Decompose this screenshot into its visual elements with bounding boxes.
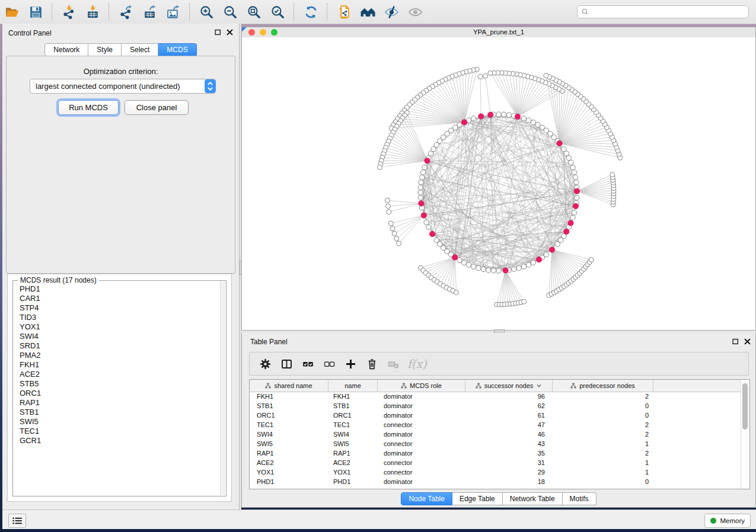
network-node[interactable] — [526, 262, 531, 267]
result-node[interactable]: YOX1 — [14, 322, 221, 332]
network-node[interactable] — [394, 236, 399, 241]
hide-selected-button[interactable] — [381, 2, 401, 21]
column-header-shared-name[interactable]: shared name — [250, 380, 328, 392]
network-node[interactable] — [566, 155, 571, 160]
result-scrollbar[interactable] — [220, 281, 225, 495]
export-table-button[interactable] — [139, 2, 160, 21]
network-node[interactable] — [392, 231, 397, 236]
tab-node-table[interactable]: Node Table — [401, 492, 452, 505]
network-node[interactable] — [496, 112, 501, 117]
network-node[interactable] — [476, 265, 481, 270]
network-node[interactable] — [506, 113, 511, 117]
network-node[interactable] — [521, 264, 526, 269]
gear-button[interactable] — [256, 355, 274, 373]
network-node[interactable] — [544, 252, 548, 257]
result-node[interactable]: STP4 — [14, 303, 221, 313]
network-node[interactable] — [501, 112, 506, 117]
network-node[interactable] — [486, 268, 491, 273]
network-node[interactable] — [569, 160, 573, 165]
column-header-MCDS-role[interactable]: MCDS role — [378, 380, 465, 392]
delete-table-button[interactable] — [384, 355, 402, 373]
mcds-hub-node[interactable] — [536, 257, 541, 262]
network-node[interactable] — [422, 165, 427, 169]
export-image-button[interactable] — [163, 2, 183, 21]
network-node[interactable] — [488, 70, 493, 75]
save-session-button[interactable] — [25, 2, 46, 21]
result-node[interactable]: STB1 — [14, 408, 221, 417]
mcds-hub-node[interactable] — [568, 220, 573, 226]
mcds-hub-node[interactable] — [574, 188, 579, 194]
network-node[interactable] — [454, 290, 458, 294]
network-node[interactable] — [385, 198, 390, 203]
tab-style[interactable]: Style — [88, 43, 122, 56]
network-node[interactable] — [570, 215, 575, 220]
table-row[interactable]: SWI5SWI5connector431 — [250, 439, 740, 448]
result-node[interactable]: SRD1 — [14, 341, 221, 351]
network-node[interactable] — [512, 267, 516, 271]
column-header-successor-nodes[interactable]: successor nodes — [465, 380, 553, 392]
result-node[interactable]: TID3 — [14, 313, 221, 322]
network-node[interactable] — [419, 180, 423, 185]
split-panes-button[interactable] — [277, 355, 295, 373]
apply-layout-button[interactable] — [301, 2, 321, 21]
task-history-button[interactable] — [8, 514, 26, 528]
network-node[interactable] — [544, 73, 548, 78]
network-node[interactable] — [418, 195, 423, 200]
network-node[interactable] — [387, 210, 391, 214]
open-session-button[interactable] — [2, 2, 22, 21]
mcds-hub-node[interactable] — [462, 120, 467, 125]
network-node[interactable] — [496, 268, 501, 273]
zoom-selected-button[interactable] — [267, 2, 288, 21]
network-node[interactable] — [572, 170, 576, 175]
mcds-hub-node[interactable] — [549, 247, 554, 252]
table-row[interactable]: PHD1PHD1dominator180 — [250, 477, 740, 486]
network-node[interactable] — [471, 264, 476, 269]
table-row[interactable]: STB1STB1dominator620 — [250, 401, 740, 411]
table-scrollbar[interactable] — [741, 380, 749, 489]
run-mcds-button[interactable]: Run MCDS — [58, 100, 119, 115]
result-node[interactable]: RAP1 — [14, 398, 221, 408]
optimization-select[interactable]: largest connected component (undirected) — [30, 79, 216, 94]
result-node[interactable]: PMA2 — [14, 351, 221, 360]
network-node[interactable] — [522, 299, 527, 304]
mcds-hub-node[interactable] — [503, 268, 508, 273]
network-canvas[interactable] — [242, 37, 755, 330]
network-node[interactable] — [574, 180, 579, 185]
network-node[interactable] — [483, 73, 488, 78]
network-node[interactable] — [424, 220, 429, 225]
import-network-button[interactable] — [59, 2, 79, 21]
network-node[interactable] — [521, 116, 526, 121]
mcds-hub-node[interactable] — [515, 114, 520, 119]
tab-select[interactable]: Select — [122, 43, 158, 56]
network-node[interactable] — [572, 210, 576, 215]
network-node[interactable] — [388, 221, 393, 226]
network-node[interactable] — [457, 258, 462, 262]
network-node[interactable] — [420, 170, 425, 175]
network-node[interactable] — [610, 172, 615, 177]
network-node[interactable] — [466, 262, 471, 267]
mcds-hub-node[interactable] — [557, 140, 562, 146]
mcds-hub-node[interactable] — [425, 158, 430, 164]
network-node[interactable] — [531, 120, 535, 124]
result-node[interactable]: GCR1 — [14, 436, 221, 446]
zoom-out-button[interactable] — [220, 2, 240, 21]
table-row[interactable]: YOX1YOX1connector291 — [250, 467, 740, 477]
result-node[interactable]: SWI4 — [14, 332, 221, 341]
mcds-hub-node[interactable] — [488, 112, 493, 117]
close-panel-icon[interactable] — [227, 29, 233, 36]
network-node[interactable] — [390, 226, 395, 231]
network-node[interactable] — [531, 260, 535, 265]
mcds-hub-node[interactable] — [452, 255, 458, 260]
network-node[interactable] — [562, 146, 566, 151]
zoom-fit-button[interactable] — [244, 2, 264, 21]
column-header-name[interactable]: name — [328, 380, 378, 392]
clear-selection-button[interactable] — [320, 355, 338, 373]
mcds-hub-node[interactable] — [419, 201, 424, 206]
tab-network-table[interactable]: Network Table — [503, 492, 563, 505]
add-column-button[interactable] — [342, 355, 359, 373]
result-node[interactable]: SWI5 — [14, 417, 221, 427]
function-builder-icon[interactable]: f(x) — [407, 357, 427, 370]
select-all-button[interactable] — [299, 355, 317, 373]
network-node[interactable] — [426, 225, 430, 229]
network-node[interactable] — [575, 195, 579, 200]
